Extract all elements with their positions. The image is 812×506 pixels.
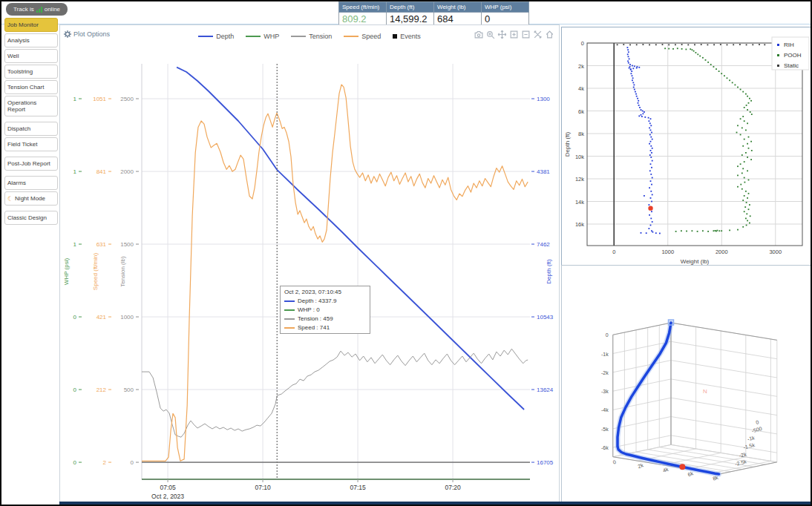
svg-text:8k: 8k	[578, 131, 584, 137]
sidebar-item-night-mode[interactable]: ☾Night Mode	[4, 191, 58, 206]
svg-text:1300: 1300	[537, 96, 550, 102]
tooltip-row-whp: WHP : 0	[284, 306, 366, 313]
svg-text:2000: 2000	[716, 249, 728, 255]
legend-label: Depth	[216, 33, 234, 40]
pan-icon[interactable]	[497, 30, 507, 39]
legend-item-tension[interactable]: Tension	[291, 33, 332, 40]
stats-header-row: Speed (ft/min)Depth (ft)Weight (lb)WHP (…	[339, 2, 529, 13]
camera-icon[interactable]	[474, 30, 483, 39]
scatter-grid	[587, 43, 802, 246]
well-trajectory-3d[interactable]: 0-1k-2k-3k-4k-5k-6k02k4k6k8k0-500-1k-1.5…	[562, 266, 812, 502]
svg-text:10k: 10k	[575, 154, 584, 160]
svg-text:Tension (lb): Tension (lb)	[119, 256, 126, 287]
svg-text:4381: 4381	[537, 168, 550, 175]
trajectory-panel: 0-1k-2k-3k-4k-5k-6k02k4k6k8k0-500-1k-1.5…	[561, 265, 812, 503]
svg-text:07:20: 07:20	[445, 484, 461, 491]
tooltip-title: Oct 2, 2023, 07:10:45	[284, 289, 366, 295]
legend-swatch	[344, 36, 358, 37]
svg-text:1500: 1500	[120, 241, 134, 248]
sidebar-item-toolstring[interactable]: Toolstring	[4, 65, 58, 79]
svg-text:-1k: -1k	[601, 352, 609, 357]
legend-swatch	[291, 36, 306, 37]
zoom-in-icon[interactable]	[509, 30, 519, 39]
gear-icon	[64, 30, 71, 38]
svg-text:16705: 16705	[537, 459, 554, 466]
sidebar-item-label: Post-Job Report	[7, 160, 50, 167]
legend-item-depth[interactable]: Depth	[198, 33, 234, 40]
current-position-marker	[648, 206, 652, 210]
svg-text:0: 0	[581, 40, 584, 47]
sidebar-item-well[interactable]: Well	[4, 49, 58, 63]
scatter-legend[interactable]: RIHPOOHStatic	[772, 37, 809, 70]
tooltip-row-tension: Tension : 459	[284, 315, 366, 322]
svg-text:6k: 6k	[578, 108, 584, 115]
sidebar-item-dispatch[interactable]: Dispatch	[4, 122, 58, 136]
sidebar-item-label: Toolstring	[7, 68, 33, 75]
svg-text:-2k: -2k	[601, 370, 609, 375]
scatter-ticks: 010002000300002k4k6k8k10k12k14k16kWeight…	[564, 40, 782, 265]
legend-item-events[interactable]: Events	[393, 33, 421, 40]
svg-text:Depth (ft): Depth (ft)	[546, 259, 552, 284]
sidebar-item-alarms[interactable]: Alarms	[4, 176, 58, 190]
y-axis-ticks: 1110001051841631421212225002000150010005…	[73, 96, 554, 466]
reset-axes-icon[interactable]	[545, 30, 554, 39]
track-status-prefix: Track is	[13, 6, 34, 13]
svg-text:Speed (ft/min): Speed (ft/min)	[92, 253, 99, 291]
weight-depth-panel: 010002000300002k4k6k8k10k12k14k16kWeight…	[561, 27, 812, 266]
stats-header-0: Speed (ft/min)	[339, 2, 387, 13]
svg-text:07:15: 07:15	[350, 484, 366, 491]
svg-text:-6k: -6k	[601, 445, 609, 450]
moon-icon: ☾	[7, 197, 13, 201]
svg-text:07:10: 07:10	[255, 484, 271, 491]
sidebar-item-tension-chart[interactable]: Tension Chart	[4, 80, 58, 94]
svg-text:WHP (psi): WHP (psi)	[63, 258, 70, 286]
svg-text:Depth (ft): Depth (ft)	[564, 131, 571, 157]
sidebar-item-job-monitor[interactable]: Job Monitor	[4, 18, 58, 32]
series-tension	[142, 349, 528, 437]
legend-label: Events	[400, 33, 421, 40]
current-position-3d-marker	[679, 464, 685, 470]
sidebar-item-classic-design[interactable]: Classic Design	[4, 211, 58, 225]
sidebar-item-operations-report[interactable]: Operations Report	[4, 96, 58, 116]
sidebar-item-field-ticket[interactable]: Field Ticket	[4, 137, 58, 151]
y-axis-titles: WHP (psi)Speed (ft/min)Tension (lb)Depth…	[63, 253, 552, 291]
svg-text:2k: 2k	[578, 63, 584, 70]
legend-label: Tension	[309, 33, 332, 40]
svg-text:631: 631	[96, 241, 107, 248]
time-series-chart[interactable]: 1110001051841631421212225002000150010005…	[60, 25, 559, 502]
svg-text:12k: 12k	[575, 176, 584, 183]
plot-modebar	[474, 30, 554, 39]
svg-text:0: 0	[756, 419, 760, 425]
plot-options-button[interactable]: Plot Options	[64, 30, 110, 38]
track-status-button[interactable]: Track is online	[6, 3, 68, 16]
legend-item-speed[interactable]: Speed	[344, 33, 381, 40]
svg-text:1: 1	[73, 168, 77, 175]
stats-value-2: 684	[434, 13, 482, 26]
zoom-out-icon[interactable]	[521, 30, 531, 39]
sidebar-item-label: Night Mode	[15, 195, 45, 202]
legend-label: Speed	[361, 33, 381, 40]
sidebar-item-label: Classic Design	[7, 214, 47, 221]
stats-value-1: 14,599.2	[387, 13, 434, 26]
sidebar-item-label: Alarms	[7, 180, 26, 186]
svg-text:Static: Static	[784, 62, 799, 69]
svg-text:0: 0	[606, 332, 609, 338]
svg-text:1051: 1051	[93, 96, 106, 102]
sidebar-item-label: Field Ticket	[7, 141, 37, 148]
sidebar-nav: Job MonitorAnalysisWellToolstringTension…	[4, 18, 58, 226]
svg-text:2k: 2k	[637, 462, 644, 469]
legend-swatch	[393, 34, 397, 39]
svg-text:-4k: -4k	[601, 407, 609, 413]
stats-value-3: 0	[482, 13, 529, 26]
weight-depth-scatter[interactable]: 010002000300002k4k6k8k10k12k14k16kWeight…	[562, 27, 812, 265]
tooltip-row-speed: Speed : 741	[284, 324, 366, 331]
svg-text:4k: 4k	[662, 467, 669, 473]
signal-bars-icon	[36, 7, 42, 13]
svg-text:0: 0	[73, 314, 77, 321]
legend-item-whp[interactable]: WHP	[246, 33, 279, 40]
stats-value-row: 809.214,599.26840	[339, 13, 529, 26]
sidebar-item-analysis[interactable]: Analysis	[4, 33, 58, 47]
autoscale-icon[interactable]	[533, 30, 543, 39]
sidebar-item-post-job-report[interactable]: Post-Job Report	[4, 157, 58, 171]
zoom-icon[interactable]	[485, 30, 495, 39]
